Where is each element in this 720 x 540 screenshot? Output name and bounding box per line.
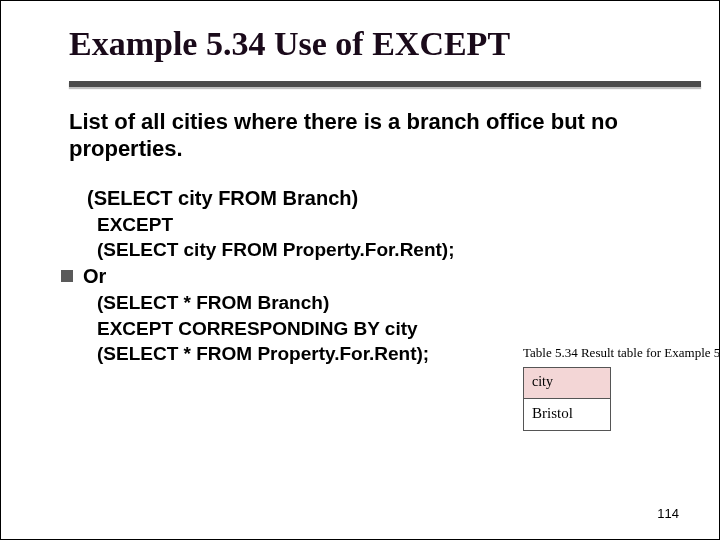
title-block: Example 5.34 Use of EXCEPT <box>69 25 671 87</box>
title-underline <box>69 81 701 87</box>
or-bullet: Or <box>61 263 671 290</box>
table-caption: Table 5.34 Result table for Example 5.34… <box>523 345 681 361</box>
sql-line: (SELECT city FROM Branch) <box>87 185 671 212</box>
page-number: 114 <box>657 506 679 521</box>
or-label: Or <box>83 263 106 290</box>
sql-line: (SELECT * FROM Branch) <box>97 290 671 316</box>
content-area: List of all cities where there is a bran… <box>69 109 671 367</box>
slide: Example 5.34 Use of EXCEPT List of all c… <box>1 1 719 539</box>
result-table: city Bristol <box>523 367 611 431</box>
table-cell: Bristol <box>524 399 611 431</box>
square-bullet-icon <box>61 270 73 282</box>
sql-line: EXCEPT CORRESPONDING BY city <box>97 316 671 342</box>
table-header-cell: city <box>524 368 611 399</box>
sql-line: EXCEPT <box>97 212 671 238</box>
problem-statement: List of all cities where there is a bran… <box>69 109 671 163</box>
sql-line: (SELECT city FROM Property.For.Rent); <box>97 237 671 263</box>
slide-title: Example 5.34 Use of EXCEPT <box>69 25 671 81</box>
result-figure: Table 5.34 Result table for Example 5.34… <box>523 345 681 431</box>
